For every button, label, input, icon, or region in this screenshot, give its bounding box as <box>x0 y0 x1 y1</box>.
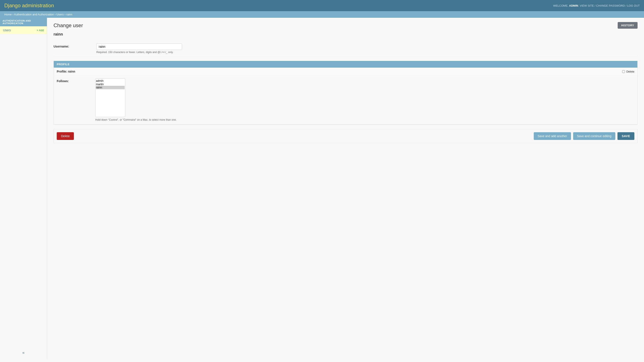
follows-row: Follows: admin martin rainn Hold down "C… <box>54 75 637 124</box>
object-name: rainn <box>54 32 638 36</box>
delete-profile-checkbox[interactable] <box>622 70 625 73</box>
submit-row: Delete Save and add another Save and con… <box>54 129 638 143</box>
add-user-link[interactable]: + Add <box>36 29 44 32</box>
follows-help-text: Hold down "Control", or "Command" on a M… <box>95 118 177 121</box>
follows-select[interactable]: admin martin rainn <box>95 78 125 117</box>
header: Django administration WELCOME, ADMIN. VI… <box>0 0 644 11</box>
follows-label: Follows: <box>57 78 91 83</box>
save-add-another-button[interactable]: Save and add another <box>534 132 571 140</box>
admin-username: ADMIN <box>569 4 578 7</box>
profile-row-label: Profile: rainn <box>57 70 75 73</box>
delete-inline-control: Delete <box>622 70 634 73</box>
follows-option-admin[interactable]: admin <box>96 79 124 83</box>
breadcrumb: Home › Authentication and Authorization … <box>0 11 644 18</box>
delete-profile-label[interactable]: Delete <box>626 70 634 73</box>
view-site-link[interactable]: VIEW SITE <box>580 4 594 7</box>
follows-field: admin martin rainn Hold down "Control", … <box>95 78 177 121</box>
username-help-text: Required. 150 characters or fewer. Lette… <box>96 51 638 54</box>
content-title: Change user HISTORY <box>54 22 638 29</box>
main-content: Change user HISTORY rainn Username: Requ… <box>47 18 644 359</box>
change-password-link[interactable]: CHANGE PASSWORD <box>596 4 625 7</box>
collapse-sidebar-icon[interactable]: « <box>0 351 47 355</box>
save-buttons: Save and add another Save and continue e… <box>534 132 634 140</box>
breadcrumb-object: rainn <box>66 13 72 16</box>
username-input[interactable] <box>96 43 182 50</box>
profile-inline-row: Profile: rainn Delete <box>54 68 637 75</box>
history-button[interactable]: HISTORY <box>618 22 638 29</box>
username-label: Username: <box>54 43 96 48</box>
delete-button[interactable]: Delete <box>57 132 74 140</box>
breadcrumb-section[interactable]: Authentication and Authorization <box>14 13 54 16</box>
sidebar: Authentication and Authorization Users +… <box>0 18 47 359</box>
breadcrumb-home[interactable]: Home <box>4 13 12 16</box>
header-tools: WELCOME, ADMIN. VIEW SITE / CHANGE PASSW… <box>553 4 640 7</box>
follows-option-rainn[interactable]: rainn <box>96 86 124 89</box>
welcome-text: WELCOME, <box>553 4 568 7</box>
page-title: Change user <box>54 22 83 28</box>
save-button[interactable]: SAVE <box>618 132 634 140</box>
profile-inline-group: PROFILE Profile: rainn Delete Follows: a… <box>54 61 638 125</box>
site-title: Django administration <box>4 2 54 8</box>
username-row: Username: Required. 150 characters or fe… <box>54 41 638 56</box>
sidebar-module-header: Authentication and Authorization <box>0 18 47 26</box>
users-link[interactable]: Users <box>3 28 11 32</box>
username-field-box: Required. 150 characters or fewer. Lette… <box>96 43 638 54</box>
sidebar-item-users[interactable]: Users + Add <box>0 26 47 34</box>
container: Authentication and Authorization Users +… <box>0 18 644 359</box>
log-out-link[interactable]: LOG OUT <box>627 4 640 7</box>
breadcrumb-model[interactable]: Users <box>56 13 64 16</box>
follows-option-martin[interactable]: martin <box>96 83 124 86</box>
profile-section-header: PROFILE <box>54 61 637 68</box>
save-continue-editing-button[interactable]: Save and continue editing <box>573 132 615 140</box>
